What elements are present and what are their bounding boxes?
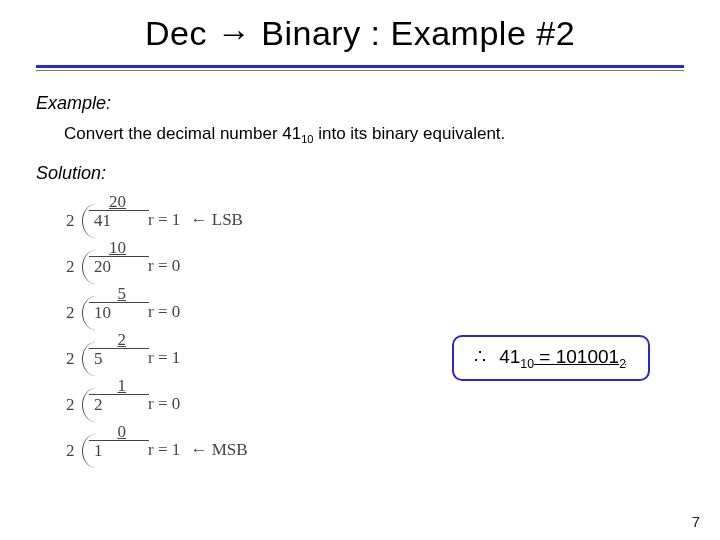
division-step: 021r = 1 ← MSB	[64, 424, 684, 464]
division-step: 20241r = 1 ← LSB	[64, 194, 684, 234]
remainder: r = 1 ← MSB	[148, 440, 248, 460]
therefore-symbol: ∴	[474, 346, 486, 367]
division-bracket	[82, 204, 97, 238]
long-division-work: 20241r = 1 ← LSB10220r = 05210r = 0225r …	[64, 194, 684, 464]
divisor: 2	[66, 211, 75, 231]
slide: Dec → Binary : Example #2 Example: Conve…	[0, 0, 720, 540]
problem-statement: Convert the decimal number 4110 into its…	[64, 124, 684, 145]
long-division: 122	[64, 378, 132, 418]
problem-prefix: Convert the decimal number 41	[64, 124, 301, 143]
quotient: 1	[100, 376, 126, 396]
long-division: 021	[64, 424, 132, 464]
problem-sub: 10	[301, 133, 313, 145]
long-division: 5210	[64, 286, 132, 326]
page-number: 7	[692, 513, 700, 530]
result-lhs-num: 41	[499, 346, 520, 367]
division-bracket	[82, 250, 97, 284]
slide-body: Example: Convert the decimal number 4110…	[0, 71, 720, 464]
bit-note: ← LSB	[186, 210, 243, 229]
quotient: 0	[100, 422, 126, 442]
example-label: Example:	[36, 93, 684, 114]
long-division: 10220	[64, 240, 132, 280]
bit-note: ← MSB	[186, 440, 247, 459]
result-rhs-sub: 2	[619, 357, 626, 371]
result-rhs-num: 101001	[556, 346, 619, 367]
quotient: 2	[100, 330, 126, 350]
slide-title: Dec → Binary : Example #2	[0, 0, 720, 61]
quotient: 5	[100, 284, 126, 304]
long-division: 20241	[64, 194, 132, 234]
remainder: r = 0	[148, 302, 180, 322]
quotient: 20	[100, 192, 126, 212]
remainder: r = 1	[148, 348, 180, 368]
result-box: ∴ 4110 = 1010012	[452, 335, 650, 381]
solution-label: Solution:	[36, 163, 684, 184]
result-eq: =	[534, 346, 556, 367]
division-bracket	[82, 296, 97, 330]
division-bracket	[82, 342, 97, 376]
division-step: 10220r = 0	[64, 240, 684, 280]
division-bracket	[82, 434, 97, 468]
division-step: 122r = 0	[64, 378, 684, 418]
long-division: 225	[64, 332, 132, 372]
division-step: 5210r = 0	[64, 286, 684, 326]
divisor: 2	[66, 303, 75, 323]
result-lhs-sub: 10	[520, 357, 534, 371]
quotient: 10	[100, 238, 126, 258]
divisor: 2	[66, 349, 75, 369]
divisor: 2	[66, 257, 75, 277]
problem-suffix: into its binary equivalent.	[313, 124, 505, 143]
remainder: r = 0	[148, 256, 180, 276]
division-bracket	[82, 388, 97, 422]
divisor: 2	[66, 395, 75, 415]
divisor: 2	[66, 441, 75, 461]
remainder: r = 1 ← LSB	[148, 210, 243, 230]
remainder: r = 0	[148, 394, 180, 414]
